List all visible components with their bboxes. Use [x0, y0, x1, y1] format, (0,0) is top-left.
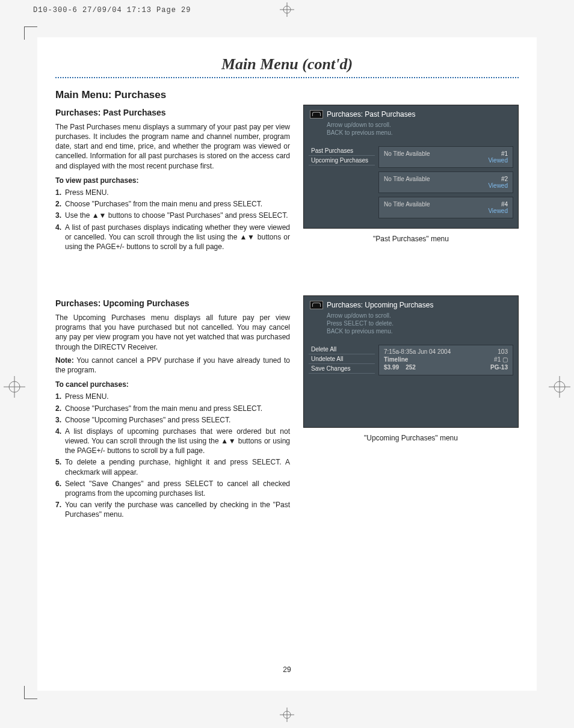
print-slug: D10-300-6 27/09/04 17:13 Page 29: [33, 6, 191, 14]
ss-chnum: 252: [406, 364, 416, 371]
note-line: Note: You cannot cancel a PPV purchase i…: [55, 356, 290, 375]
steps-view-past: 1.Press MENU. 2.Choose "Purchases" from …: [55, 188, 290, 251]
ss-title: Purchases: Past Purchases: [327, 110, 415, 119]
ss-row-title: No Title Available: [384, 201, 430, 214]
ss-row-num: #4: [501, 201, 508, 208]
page-number: 29: [37, 665, 537, 674]
screenshot-upcoming-purchases: Purchases: Upcoming Purchases Arrow up/d…: [303, 295, 519, 428]
step: To delete a pending purchase, highlight …: [65, 457, 290, 477]
ss-ch: 103: [498, 348, 508, 355]
registration-mark-left: [4, 376, 25, 398]
ss-hint: BACK to previous menu.: [327, 327, 512, 335]
heading-past-purchases: Purchases: Past Purchases: [55, 107, 290, 119]
ss-row: No Title Available #4Viewed: [378, 197, 513, 218]
crop-mark-bl: [24, 686, 37, 699]
ss-row-status: Viewed: [488, 182, 508, 189]
ss-side-item: Delete All: [309, 345, 375, 354]
ss-side-item: Upcoming Purchases: [309, 156, 375, 165]
step: A list displays of upcoming purchases th…: [65, 427, 290, 456]
dotted-rule: [55, 77, 519, 78]
ss-row-title: No Title Available: [384, 176, 430, 189]
ss-row-num: #2: [501, 176, 508, 182]
page-body: Main Menu (cont'd) Main Menu: Purchases …: [37, 37, 537, 691]
step: Choose "Purchases" from the main menu an…: [65, 199, 290, 209]
page-title: Main Menu (cont'd): [55, 55, 519, 73]
registration-mark-right: [549, 376, 570, 398]
crop-mark-tl: [24, 26, 37, 40]
steps-cancel: 1.Press MENU. 2.Choose "Purchases" from …: [55, 392, 290, 519]
heading-upcoming-purchases: Purchases: Upcoming Purchases: [55, 298, 290, 309]
step: Choose "Upcoming Purchases" and press SE…: [65, 415, 290, 425]
section1-text: Purchases: Past Purchases The Past Purch…: [55, 105, 290, 253]
step: Use the ▲▼ buttons to choose "Past Purch…: [65, 211, 290, 220]
caption-past: "Past Purchases" menu: [303, 235, 519, 243]
label-to-view: To view past purchases:: [55, 176, 290, 185]
registration-mark-top: [280, 2, 294, 17]
step: Choose "Purchases" from the main menu an…: [65, 404, 290, 413]
ss-row-status: Viewed: [488, 157, 508, 164]
step: You can verify the purchase was cancelle…: [65, 500, 290, 519]
ss-sidebar: Past Purchases Upcoming Purchases: [309, 146, 375, 222]
step: A list of past purchases displays indica…: [65, 223, 290, 252]
ss-side-item: Save Changes: [309, 364, 375, 374]
heading-purchases: Main Menu: Purchases: [55, 89, 519, 101]
registration-mark-bottom: [280, 708, 294, 722]
ss-row-title: No Title Available: [384, 150, 430, 164]
label-to-cancel: To cancel purchases:: [55, 380, 290, 389]
caption-upcoming: "Upcoming Purchases" menu: [303, 434, 519, 442]
directv-logo-icon: [310, 301, 323, 309]
ss-hint: Arrow up/down to scroll.: [327, 312, 512, 319]
ss-hint: Press SELECT to delete.: [327, 319, 512, 327]
ss-time: 7:15a-8:35a Jun 04 2004: [384, 348, 451, 355]
directv-logo-icon: [310, 110, 323, 119]
ss-row-num: #1: [501, 150, 508, 157]
ss-rating: PG-13: [490, 364, 508, 371]
ss-num: #1 ▢: [494, 356, 508, 363]
ss-upcoming-row: 7:15a-8:35a Jun 04 2004103 Timeline#1 ▢ …: [378, 345, 513, 375]
ss-side-item: Undelete All: [309, 354, 375, 364]
ss-side-item: Past Purchases: [309, 146, 375, 156]
ss-hint: Arrow up/down to scroll.: [327, 121, 512, 129]
ss-prog-title: Timeline: [384, 356, 408, 363]
ss-row-status: Viewed: [488, 208, 508, 214]
ss-row: No Title Available #1Viewed: [378, 146, 513, 168]
ss-title: Purchases: Upcoming Purchases: [327, 301, 433, 309]
ss-sidebar: Delete All Undelete All Save Changes: [309, 345, 375, 375]
para-past-purchases: The Past Purchases menu displays a summa…: [55, 122, 290, 171]
step: Press MENU.: [65, 188, 290, 197]
para-upcoming: The Upcoming Purchases menu displays all…: [55, 313, 290, 352]
screenshot-past-purchases: Purchases: Past Purchases Arrow up/down …: [303, 105, 519, 229]
ss-row: No Title Available #2Viewed: [378, 171, 513, 193]
step: Press MENU.: [65, 392, 290, 401]
ss-price: $3.99: [384, 364, 399, 371]
step: Select "Save Changes" and press SELECT t…: [65, 479, 290, 498]
section2-text: Purchases: Upcoming Purchases The Upcomi…: [55, 295, 290, 521]
ss-hint: BACK to previous menu.: [327, 129, 512, 137]
